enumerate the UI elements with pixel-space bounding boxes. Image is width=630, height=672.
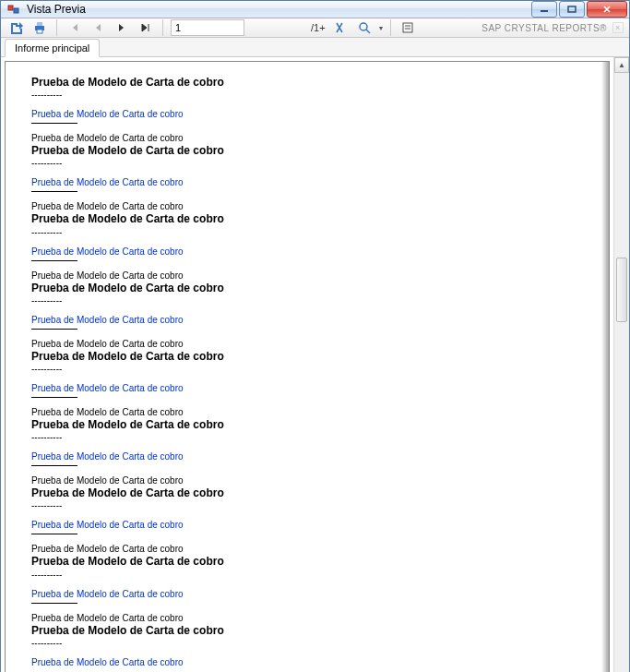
page-frame: Prueba de Modelo de Carta de cobro -----… xyxy=(5,61,610,672)
svg-rect-1 xyxy=(14,8,18,13)
scroll-up-icon[interactable]: ▲ xyxy=(614,57,629,73)
report-link[interactable]: Prueba de Modelo de Carta de cobro xyxy=(31,246,583,257)
report-link[interactable]: Prueba de Modelo de Carta de cobro xyxy=(31,451,583,462)
report-divider xyxy=(31,260,77,261)
report-dots: ---------- xyxy=(31,227,583,237)
report-link[interactable]: Prueba de Modelo de Carta de cobro xyxy=(31,315,583,325)
report-divider xyxy=(31,465,77,466)
report-bold: Prueba de Modelo de Carta de cobro xyxy=(31,486,583,500)
toolbar-separator xyxy=(162,19,163,36)
toolbar-separator xyxy=(56,19,57,36)
report-link[interactable]: Prueba de Modelo de Carta de cobro xyxy=(31,589,583,599)
report-bold: Prueba de Modelo de Carta de cobro xyxy=(31,281,583,295)
report-bold: Prueba de Modelo de Carta de cobro xyxy=(31,349,583,364)
report-dots: ---------- xyxy=(31,158,583,168)
print-icon[interactable] xyxy=(30,18,49,37)
report-bold: Prueba de Modelo de Carta de cobro xyxy=(31,211,583,226)
report-dots: ---------- xyxy=(31,364,583,374)
report-link[interactable]: Prueba de Modelo de Carta de cobro xyxy=(31,383,583,393)
zoom-icon[interactable] xyxy=(355,18,374,37)
window-title: Vista Previa xyxy=(27,3,86,16)
report-dots: ---------- xyxy=(31,500,583,510)
first-page-icon[interactable] xyxy=(65,18,83,37)
scroll-thumb[interactable] xyxy=(616,258,627,322)
report-link[interactable]: Prueba de Modelo de Carta de cobro xyxy=(31,520,583,530)
report-link[interactable]: Prueba de Modelo de Carta de cobro xyxy=(31,177,583,187)
report-small: Prueba de Modelo de Carta de cobro xyxy=(31,613,583,623)
scroll-track[interactable] xyxy=(614,73,629,672)
svg-rect-8 xyxy=(403,23,412,32)
close-button[interactable] xyxy=(587,1,627,18)
page-number-input[interactable] xyxy=(171,19,244,36)
minimize-button[interactable] xyxy=(531,1,557,18)
svg-rect-6 xyxy=(37,30,42,33)
export-icon[interactable] xyxy=(6,18,25,37)
titlebar: Vista Previa xyxy=(1,1,629,18)
app-window: Vista Previa xyxy=(0,0,630,672)
maximize-button[interactable] xyxy=(559,1,585,18)
toolbar: /1+ ▾ SAP CRYSTAL REPORTS® × xyxy=(1,18,629,38)
report-small: Prueba de Modelo de Carta de cobro xyxy=(31,475,583,486)
tab-main-report[interactable]: Informe principal xyxy=(5,39,100,57)
svg-point-7 xyxy=(360,23,367,30)
report-bold: Prueba de Modelo de Carta de cobro xyxy=(31,554,583,569)
report-divider xyxy=(31,397,77,398)
last-page-icon[interactable] xyxy=(137,18,155,37)
svg-rect-5 xyxy=(37,22,42,26)
svg-rect-0 xyxy=(8,6,13,10)
svg-rect-3 xyxy=(568,6,576,12)
report-dots: ---------- xyxy=(31,432,583,442)
toolbar-separator xyxy=(390,19,391,36)
report-bold: Prueba de Modelo de Carta de cobro xyxy=(31,143,583,158)
report-small: Prueba de Modelo de Carta de cobro xyxy=(31,201,583,211)
export-data-icon[interactable] xyxy=(398,18,417,37)
app-icon xyxy=(6,2,21,17)
report-dots: ---------- xyxy=(31,90,583,100)
svg-rect-2 xyxy=(541,10,548,12)
report-divider xyxy=(31,123,77,124)
find-icon[interactable] xyxy=(331,18,350,37)
tabstrip: Informe principal xyxy=(1,38,629,57)
report-divider xyxy=(31,603,77,604)
report-link[interactable]: Prueba de Modelo de Carta de cobro xyxy=(31,109,583,119)
report-dots: ---------- xyxy=(31,295,583,306)
document-area: Prueba de Modelo de Carta de cobro -----… xyxy=(1,57,613,672)
brand-close-icon[interactable]: × xyxy=(612,22,624,33)
page-total-label: /1+ xyxy=(311,22,326,33)
report-small: Prueba de Modelo de Carta de cobro xyxy=(31,270,583,281)
report-dots: ---------- xyxy=(31,638,583,648)
page-shadow xyxy=(601,62,609,672)
report-bold: Prueba de Modelo de Carta de cobro xyxy=(31,417,583,432)
report-small: Prueba de Modelo de Carta de cobro xyxy=(31,133,583,143)
prev-page-icon[interactable] xyxy=(89,18,107,37)
report-divider xyxy=(31,534,77,534)
vertical-scrollbar[interactable]: ▲ ▼ xyxy=(613,57,629,672)
window-buttons xyxy=(531,1,627,18)
report-small: Prueba de Modelo de Carta de cobro xyxy=(31,339,583,349)
report-small: Prueba de Modelo de Carta de cobro xyxy=(31,407,583,417)
page-content: Prueba de Modelo de Carta de cobro -----… xyxy=(6,62,609,672)
report-title: Prueba de Modelo de Carta de cobro xyxy=(31,75,583,90)
report-dots: ---------- xyxy=(31,570,583,580)
report-link[interactable]: Prueba de Modelo de Carta de cobro xyxy=(31,657,583,667)
next-page-icon[interactable] xyxy=(113,18,131,37)
report-bold: Prueba de Modelo de Carta de cobro xyxy=(31,623,583,638)
brand-label: SAP CRYSTAL REPORTS® × xyxy=(481,22,624,33)
report-small: Prueba de Modelo de Carta de cobro xyxy=(31,544,583,554)
report-divider xyxy=(31,329,77,330)
report-divider xyxy=(31,191,77,192)
report-viewer: Prueba de Modelo de Carta de cobro -----… xyxy=(1,57,629,672)
